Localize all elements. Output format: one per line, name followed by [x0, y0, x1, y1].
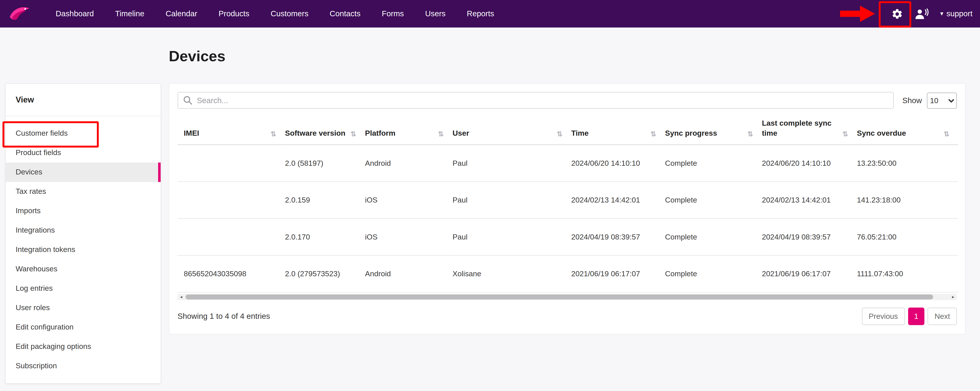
table-row: 865652043035098 2.0 (279573523) Android … [178, 255, 958, 292]
column-label: Sync progress [665, 128, 717, 138]
sidebar-item-edit-configuration[interactable]: Edit configuration [6, 318, 161, 337]
column-label: Software version [285, 128, 345, 138]
column-label: Time [571, 128, 589, 138]
cell-imei [178, 181, 285, 218]
column-header-platform[interactable]: Platform⇅ [365, 117, 453, 144]
column-label: Platform [365, 128, 396, 138]
nav-item-contacts[interactable]: Contacts [319, 0, 371, 27]
scroll-right-arrow-icon[interactable]: ▸ [949, 294, 957, 300]
sidebar-item-tax-rates[interactable]: Tax rates [6, 182, 161, 201]
sort-icon: ⇅ [438, 129, 444, 139]
column-header-software-version[interactable]: Software version⇅ [285, 117, 365, 144]
brand-logo[interactable] [8, 5, 32, 23]
column-header-time[interactable]: Time⇅ [571, 117, 665, 144]
column-header-sync-progress[interactable]: Sync progress⇅ [665, 117, 762, 144]
page-title: Devices [169, 48, 226, 65]
search-wrap [178, 92, 894, 109]
page-1-button[interactable]: 1 [908, 307, 924, 325]
settings-button[interactable] [890, 7, 904, 21]
horizontal-scrollbar[interactable]: ◂ ▸ [178, 294, 957, 300]
column-header-last-complete-sync-time[interactable]: Last complete sync time⇅ [762, 117, 857, 144]
sort-icon: ⇅ [351, 129, 356, 139]
support-menu[interactable]: ▾ support [940, 10, 972, 18]
sort-icon: ⇅ [748, 129, 753, 139]
sort-icon: ⇅ [270, 129, 276, 139]
sidebar-item-log-entries[interactable]: Log entries [6, 279, 161, 298]
sidebar-item-product-fields[interactable]: Product fields [6, 143, 161, 163]
sidebar-item-devices[interactable]: Devices [6, 163, 161, 182]
sort-icon: ⇅ [842, 129, 848, 139]
column-header-imei[interactable]: IMEI⇅ [178, 117, 285, 144]
cell-sync-overdue: 76.05:21:00 [857, 218, 958, 255]
scrollbar-thumb[interactable] [186, 294, 933, 299]
cell-sync-progress: Complete [665, 218, 762, 255]
cell-platform: Android [365, 255, 453, 292]
nav-item-timeline[interactable]: Timeline [105, 0, 155, 27]
cell-sync-progress: Complete [665, 181, 762, 218]
column-header-sync-overdue[interactable]: Sync overdue⇅ [857, 117, 958, 144]
cell-software-version: 2.0.170 [285, 218, 365, 255]
nav-item-customers[interactable]: Customers [260, 0, 319, 27]
logo-icon [9, 5, 30, 22]
pagination: Previous 1 Next [862, 307, 957, 325]
table-row: 2.0 (58197) Android Paul 2024/06/20 14:1… [178, 144, 958, 181]
cell-sync-overdue: 1111.07:43:00 [857, 255, 958, 292]
table-header-row: IMEI⇅ Software version⇅ Platform⇅ User⇅ … [178, 117, 958, 144]
sidebar-item-user-roles[interactable]: User roles [6, 298, 161, 318]
next-page-button[interactable]: Next [928, 307, 957, 325]
sidebar-item-edit-packaging-options[interactable]: Edit packaging options [6, 337, 161, 356]
sort-icon: ⇅ [944, 129, 950, 139]
previous-page-button[interactable]: Previous [862, 307, 905, 325]
voice-account-button[interactable] [915, 7, 929, 21]
nav-item-reports[interactable]: Reports [456, 0, 505, 27]
cell-imei: 865652043035098 [178, 255, 285, 292]
sidebar-item-integration-tokens[interactable]: Integration tokens [6, 240, 161, 260]
sidebar-item-integrations[interactable]: Integrations [6, 221, 161, 240]
cell-sync-progress: Complete [665, 255, 762, 292]
show-label: Show [902, 96, 922, 105]
cell-sync-progress: Complete [665, 144, 762, 181]
sort-icon: ⇅ [557, 129, 563, 139]
table-toolbar: Show 10 [178, 92, 957, 109]
cell-software-version: 2.0 (279573523) [285, 255, 365, 292]
nav-item-calendar[interactable]: Calendar [155, 0, 208, 27]
column-label: User [453, 128, 469, 138]
nav-item-users[interactable]: Users [415, 0, 456, 27]
cell-sync-overdue: 13.23:50:00 [857, 144, 958, 181]
sidebar-item-imports[interactable]: Imports [6, 201, 161, 221]
sidebar-item-customer-fields[interactable]: Customer fields [6, 124, 161, 143]
search-input[interactable] [178, 92, 894, 109]
cell-imei [178, 218, 285, 255]
nav-item-products[interactable]: Products [208, 0, 260, 27]
cell-time: 2024/06/20 14:10:10 [571, 144, 665, 181]
sidebar-item-subscription[interactable]: Subscription [6, 356, 161, 376]
devices-panel: Show 10 IMEI⇅ Software version⇅ Platform… [169, 83, 966, 334]
table-row: 2.0.159 iOS Paul 2024/02/13 14:42:01 Com… [178, 181, 958, 218]
cell-last-complete-sync-time: 2024/06/20 14:10:10 [762, 144, 857, 181]
scroll-left-arrow-icon[interactable]: ◂ [178, 294, 185, 300]
cell-user: Paul [453, 181, 571, 218]
column-label: Sync overdue [857, 128, 906, 138]
cell-last-complete-sync-time: 2021/06/19 06:17:07 [762, 255, 857, 292]
sidebar-item-warehouses[interactable]: Warehouses [6, 260, 161, 279]
cell-platform: iOS [365, 218, 453, 255]
search-icon [183, 96, 192, 105]
settings-sidebar: View Customer fields Product fields Devi… [5, 83, 161, 384]
cell-last-complete-sync-time: 2024/04/19 08:39:57 [762, 218, 857, 255]
cell-time: 2024/02/13 14:42:01 [571, 181, 665, 218]
main-nav: Dashboard Timeline Calendar Products Cus… [45, 0, 505, 27]
sidebar-header: View [6, 84, 161, 116]
entries-info: Showing 1 to 4 of 4 entries [178, 312, 270, 320]
page-size-select[interactable]: 10 [927, 92, 957, 109]
chevron-down-icon: ▾ [940, 11, 943, 17]
table-footer: Showing 1 to 4 of 4 entries Previous 1 N… [178, 307, 957, 325]
nav-item-forms[interactable]: Forms [371, 0, 415, 27]
nav-item-dashboard[interactable]: Dashboard [45, 0, 105, 27]
cell-user: Xolisane [453, 255, 571, 292]
devices-table: IMEI⇅ Software version⇅ Platform⇅ User⇅ … [178, 117, 958, 292]
cell-platform: iOS [365, 181, 453, 218]
column-label: IMEI [184, 128, 199, 138]
sort-icon: ⇅ [651, 129, 656, 139]
column-header-user[interactable]: User⇅ [453, 117, 571, 144]
person-voice-icon [915, 8, 929, 19]
